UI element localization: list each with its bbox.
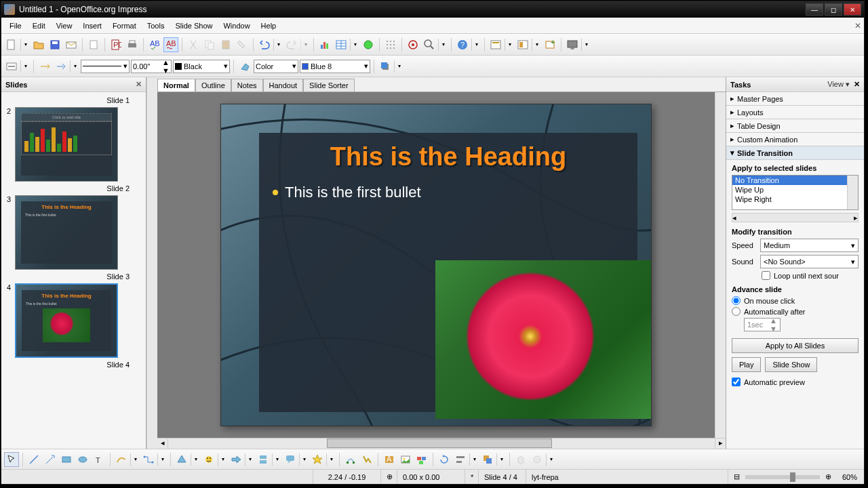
fontwork-tool[interactable]: A xyxy=(382,452,397,467)
spellcheck-button[interactable]: ABC xyxy=(147,37,162,52)
save-button[interactable] xyxy=(47,37,62,52)
flowchart-tool[interactable] xyxy=(256,452,271,467)
basic-shapes-tool[interactable] xyxy=(174,452,189,467)
align-tool[interactable] xyxy=(453,452,468,467)
document-close-icon[interactable]: ✕ xyxy=(854,21,861,30)
task-section-animation[interactable]: ▸Custom Animation xyxy=(726,133,864,146)
new-dropdown[interactable]: ▾ xyxy=(20,39,30,51)
gluepoints-tool[interactable] xyxy=(359,452,374,467)
callouts-tool[interactable] xyxy=(283,452,298,467)
fill-color-select[interactable]: Blue 8▾ xyxy=(300,60,370,73)
autospell-button[interactable]: ABC xyxy=(163,37,178,52)
table-button[interactable] xyxy=(334,37,349,52)
new-button[interactable] xyxy=(4,37,19,52)
tasks-view-link[interactable]: View ▾ xyxy=(827,80,850,89)
toolbar-overflow[interactable]: ▾ xyxy=(471,39,481,51)
slides-panel-close-icon[interactable]: ✕ xyxy=(136,80,142,89)
maximize-button[interactable]: ◻ xyxy=(825,3,842,16)
transition-list-scrollbar[interactable] xyxy=(847,176,858,209)
email-button[interactable] xyxy=(64,37,79,52)
slide-heading[interactable]: This is the Heading xyxy=(259,133,637,176)
redo-dropdown[interactable]: ▾ xyxy=(300,39,310,51)
slide-layout-button[interactable] xyxy=(488,37,503,52)
open-button[interactable] xyxy=(31,37,46,52)
rotate-tool[interactable] xyxy=(437,452,452,467)
minimize-button[interactable]: — xyxy=(806,3,823,16)
connector-dropdown[interactable]: ▾ xyxy=(157,453,167,466)
connector-tool[interactable] xyxy=(141,452,156,467)
task-section-transition[interactable]: ▾Slide Transition xyxy=(726,146,864,160)
tab-notes[interactable]: Notes xyxy=(231,79,263,92)
preview-checkbox[interactable] xyxy=(732,378,741,386)
toolbar2-overflow[interactable]: ▾ xyxy=(394,60,403,73)
arrowheads-dropdown[interactable]: ▾ xyxy=(70,60,79,73)
select-tool[interactable] xyxy=(4,452,19,467)
menu-insert[interactable]: Insert xyxy=(77,20,107,32)
zoom-slider[interactable]: ⊟ ⊕ xyxy=(728,470,837,484)
slide-design-dropdown[interactable]: ▾ xyxy=(532,39,541,51)
menu-help[interactable]: Help xyxy=(256,20,282,32)
canvas-vscrollbar[interactable] xyxy=(715,92,726,438)
task-section-master[interactable]: ▸Master Pages xyxy=(726,92,864,106)
arrange-dropdown[interactable]: ▾ xyxy=(496,453,506,466)
tab-handout[interactable]: Handout xyxy=(263,79,304,92)
symbol-shapes-dropdown[interactable]: ▾ xyxy=(218,453,227,466)
line-style-select[interactable]: ▾ xyxy=(81,60,130,73)
tasks-close-icon[interactable]: ✕ xyxy=(854,80,860,89)
format-paintbrush-button[interactable] xyxy=(235,37,250,52)
arrange-tool[interactable] xyxy=(480,452,495,467)
stars-tool[interactable] xyxy=(310,452,325,467)
arrow-tool[interactable] xyxy=(43,452,58,467)
apply-all-button[interactable]: Apply to All Slides xyxy=(732,338,859,353)
navigator-button[interactable] xyxy=(406,37,420,52)
tab-outline[interactable]: Outline xyxy=(195,79,231,92)
loop-checkbox[interactable] xyxy=(762,271,770,280)
basic-shapes-dropdown[interactable]: ▾ xyxy=(191,453,200,466)
menu-format[interactable]: Format xyxy=(107,20,142,32)
stars-dropdown[interactable]: ▾ xyxy=(326,453,336,466)
line-endings-button[interactable] xyxy=(37,59,52,74)
arrow-style-dropdown[interactable]: ▾ xyxy=(20,60,30,73)
tab-slidesorter[interactable]: Slide Sorter xyxy=(303,79,354,92)
menu-edit[interactable]: Edit xyxy=(27,20,51,32)
slides-scrollbar[interactable] xyxy=(146,77,157,449)
menu-window[interactable]: Window xyxy=(218,20,255,32)
table-dropdown[interactable]: ▾ xyxy=(350,39,359,51)
slide-thumb-2[interactable]: Click to add title xyxy=(15,107,118,182)
help-button[interactable]: ? xyxy=(455,37,470,52)
auto-radio[interactable] xyxy=(732,307,741,316)
slideshow-button[interactable]: Slide Show xyxy=(765,357,817,372)
slide-bullet-text[interactable]: This is the first bullet xyxy=(285,184,421,201)
shadow-button[interactable] xyxy=(378,59,393,74)
area-style-button[interactable] xyxy=(237,59,252,74)
transition-item-none[interactable]: No Transition xyxy=(732,176,858,185)
line-width-input[interactable]: 0.00"▲▼ xyxy=(131,60,172,73)
zoom-value[interactable]: 60% xyxy=(837,470,864,484)
slide-canvas[interactable]: This is the Heading This is the first bu… xyxy=(220,104,652,426)
line-tool[interactable] xyxy=(26,452,41,467)
undo-dropdown[interactable]: ▾ xyxy=(273,39,283,51)
hyperlink-button[interactable] xyxy=(361,37,376,52)
menu-file[interactable]: File xyxy=(4,20,27,32)
sound-select[interactable]: <No Sound>▾ xyxy=(760,255,859,268)
zoom-dropdown[interactable]: ▾ xyxy=(438,39,448,51)
speed-select[interactable]: Medium▾ xyxy=(760,239,859,252)
gallery-tool[interactable] xyxy=(414,452,429,467)
undo-button[interactable] xyxy=(257,37,272,52)
toolbar-overflow2[interactable]: ▾ xyxy=(581,39,591,51)
close-button[interactable]: ✕ xyxy=(844,3,861,16)
copy-button[interactable] xyxy=(202,37,217,52)
interaction-tool[interactable] xyxy=(530,452,545,467)
block-arrows-tool[interactable] xyxy=(229,452,243,467)
task-section-layouts[interactable]: ▸Layouts xyxy=(726,106,864,119)
chart-button[interactable] xyxy=(317,37,332,52)
text-tool[interactable]: T xyxy=(92,452,106,467)
points-tool[interactable] xyxy=(343,452,358,467)
redo-button[interactable] xyxy=(284,37,299,52)
fill-type-select[interactable]: Color▾ xyxy=(254,60,298,73)
menu-view[interactable]: View xyxy=(51,20,78,32)
zoom-button[interactable] xyxy=(422,37,437,52)
slide-image[interactable] xyxy=(435,260,651,419)
align-dropdown[interactable]: ▾ xyxy=(469,453,479,466)
play-button[interactable]: Play xyxy=(732,357,761,372)
